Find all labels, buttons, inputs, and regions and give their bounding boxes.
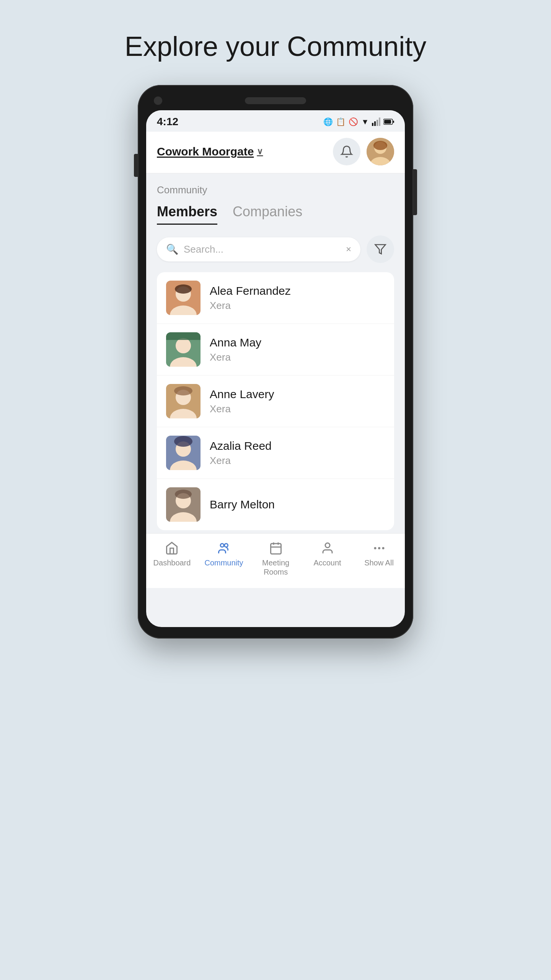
svg-marker-11: [375, 245, 386, 254]
nav-label-show-all: Show All: [364, 558, 394, 567]
member-avatar-image: [166, 487, 201, 522]
member-avatar: [166, 384, 201, 418]
app-header: Cowork Moorgate ∨: [146, 132, 405, 173]
sim-icon: 📋: [336, 117, 346, 126]
status-icons: 🌐 📋 🚫 ▼: [323, 117, 394, 126]
member-item[interactable]: Anna May Xera: [157, 324, 394, 376]
side-button-left: [134, 154, 138, 177]
person-icon: [321, 541, 334, 555]
nav-label-community: Community: [204, 558, 243, 567]
nav-item-meeting-rooms[interactable]: MeetingRooms: [257, 541, 295, 577]
member-avatar: [166, 487, 201, 522]
filter-button[interactable]: [367, 235, 394, 263]
svg-point-40: [378, 547, 380, 549]
member-name: Anne Lavery: [210, 388, 274, 401]
member-avatar: [166, 332, 201, 367]
svg-point-10: [373, 141, 387, 150]
section-label: Community: [157, 184, 394, 196]
member-avatar: [166, 281, 201, 315]
member-company: Xera: [210, 403, 274, 415]
member-name: Azalia Reed: [210, 439, 272, 452]
svg-rect-2: [377, 120, 378, 126]
search-row: 🔍 Search... ×: [157, 235, 394, 263]
search-bar[interactable]: 🔍 Search... ×: [157, 237, 360, 261]
status-bar: 4:12 🌐 📋 🚫 ▼: [146, 110, 405, 132]
svg-point-38: [325, 543, 330, 548]
speaker: [245, 97, 306, 104]
nav-item-account[interactable]: Account: [308, 541, 347, 577]
member-item[interactable]: Azalia Reed Xera: [157, 427, 394, 479]
dots-icon: [372, 541, 386, 555]
member-info: Barry Melton: [210, 498, 275, 511]
nav-label-dashboard: Dashboard: [153, 558, 191, 567]
member-info: Anne Lavery Xera: [210, 388, 274, 415]
member-info: Alea Fernandez Xera: [210, 284, 291, 312]
calendar-icon: [269, 541, 283, 555]
member-name: Alea Fernandez: [210, 284, 291, 297]
svg-rect-3: [379, 118, 380, 126]
bottom-nav: Dashboard Community MeetingRooms: [146, 533, 405, 588]
phone-top-bezel: [146, 96, 405, 110]
header-actions: [333, 138, 394, 165]
tab-companies[interactable]: Companies: [233, 204, 302, 225]
tab-members[interactable]: Members: [157, 204, 217, 225]
side-button-right: [413, 169, 417, 215]
svg-point-39: [374, 547, 376, 549]
tabs: Members Companies: [157, 204, 394, 225]
chevron-down-icon: ∨: [257, 147, 263, 157]
member-item[interactable]: Anne Lavery Xera: [157, 376, 394, 427]
svg-point-41: [382, 547, 384, 549]
svg-point-27: [174, 436, 192, 447]
member-info: Anna May Xera: [210, 336, 261, 363]
svg-point-31: [175, 490, 192, 499]
svg-rect-34: [271, 544, 281, 554]
globe-icon: 🌐: [323, 117, 333, 126]
svg-rect-0: [372, 123, 373, 126]
workspace-name: Cowork Moorgate: [157, 145, 254, 158]
svg-rect-19: [166, 332, 201, 340]
svg-point-33: [225, 544, 228, 547]
nav-item-dashboard[interactable]: Dashboard: [153, 541, 191, 577]
nav-label-meeting-rooms: MeetingRooms: [262, 558, 289, 577]
phone-screen: 4:12 🌐 📋 🚫 ▼: [146, 110, 405, 627]
front-camera: [154, 96, 162, 105]
content-area: Community Members Companies 🔍 Search... …: [146, 173, 405, 530]
member-company: Xera: [210, 300, 291, 312]
member-avatar-image: [166, 332, 201, 367]
member-info: Azalia Reed Xera: [210, 439, 272, 467]
svg-point-15: [175, 284, 192, 294]
user-avatar-icon: [367, 138, 394, 165]
member-item[interactable]: Alea Fernandez Xera: [157, 272, 394, 324]
svg-point-23: [174, 386, 192, 395]
svg-rect-1: [374, 121, 376, 126]
svg-point-17: [176, 338, 191, 353]
community-icon: [217, 541, 231, 555]
page-title: Explore your Community: [125, 31, 426, 62]
nav-item-community[interactable]: Community: [204, 541, 243, 577]
member-list: Alea Fernandez Xera Anna May Xera: [157, 272, 394, 530]
nav-label-account: Account: [313, 558, 341, 567]
status-time: 4:12: [157, 116, 178, 128]
search-input[interactable]: Search...: [184, 243, 341, 255]
no-notif-icon: 🚫: [349, 117, 358, 126]
signal-icon: [372, 118, 380, 126]
member-avatar-image: [166, 281, 201, 315]
phone-frame: 4:12 🌐 📋 🚫 ▼: [138, 85, 413, 639]
workspace-selector[interactable]: Cowork Moorgate ∨: [157, 145, 263, 158]
svg-rect-5: [384, 120, 391, 124]
member-avatar-image: [166, 436, 201, 470]
member-name: Anna May: [210, 336, 261, 349]
wifi-icon: ▼: [361, 118, 369, 126]
search-icon: 🔍: [166, 243, 178, 255]
svg-point-32: [220, 544, 224, 547]
member-item[interactable]: Barry Melton: [157, 479, 394, 530]
member-company: Xera: [210, 351, 261, 363]
nav-item-show-all[interactable]: Show All: [360, 541, 398, 577]
notification-button[interactable]: [333, 138, 360, 165]
clear-search-icon[interactable]: ×: [346, 244, 351, 255]
bell-icon: [340, 145, 353, 158]
member-avatar: [166, 436, 201, 470]
battery-icon: [383, 118, 394, 125]
user-avatar-button[interactable]: [367, 138, 394, 165]
member-company: Xera: [210, 455, 272, 467]
